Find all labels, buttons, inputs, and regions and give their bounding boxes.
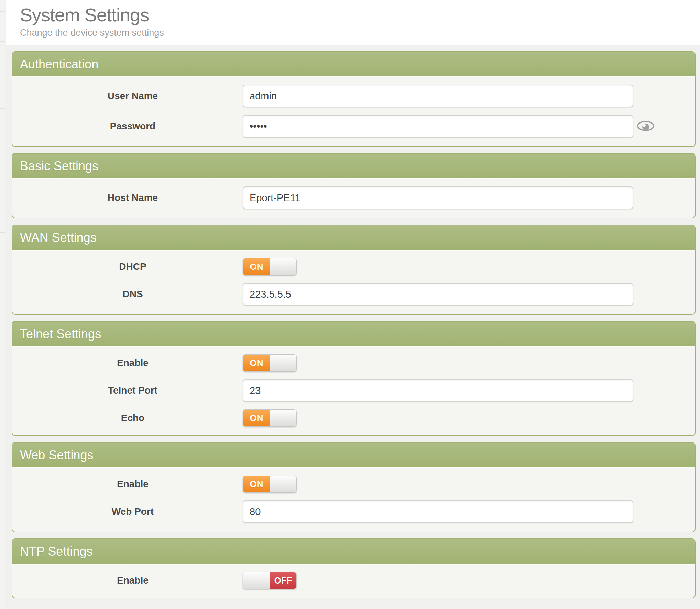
sidebar-divider <box>0 11 5 12</box>
toggle-knob <box>270 355 296 371</box>
basic-settings-section-header: Basic Settings <box>12 154 695 179</box>
web-port-row: Web Port <box>12 496 695 527</box>
basic-settings-panel: Basic Settings Host Name <box>12 153 696 218</box>
web-enable-toggle[interactable]: ON <box>243 476 297 493</box>
toggle-off-segment: OFF <box>270 572 296 589</box>
telnet-enable-row: Enable ON <box>12 351 695 375</box>
sidebar-divider <box>0 41 5 42</box>
telnet-settings-panel: Telnet Settings Enable ON Telnet Port <box>12 321 696 436</box>
authentication-panel: Authentication User Name Password <box>12 51 696 147</box>
ntp-settings-panel: NTP Settings Enable OFF <box>12 538 696 598</box>
toggle-on-segment: ON <box>243 258 270 275</box>
telnet-port-label: Telnet Port <box>23 385 243 396</box>
telnet-enable-label: Enable <box>23 357 243 368</box>
telnet-settings-section-header: Telnet Settings <box>12 322 695 347</box>
toggle-knob <box>270 410 296 426</box>
sidebar-divider <box>0 108 5 109</box>
dhcp-label: DHCP <box>23 261 243 272</box>
ntp-enable-row: Enable OFF <box>12 568 695 593</box>
dhcp-toggle[interactable]: ON <box>243 258 297 275</box>
sidebar-edge <box>0 0 5 609</box>
dhcp-row: DHCP ON <box>12 254 695 279</box>
password-label: Password <box>23 121 243 132</box>
toggle-knob <box>270 258 296 275</box>
sidebar-divider <box>0 83 5 83</box>
ntp-settings-section-header: NTP Settings <box>12 539 695 565</box>
username-row: User Name <box>12 81 695 111</box>
toggle-on-segment: ON <box>243 476 270 492</box>
password-row: Password <box>12 111 695 141</box>
echo-label: Echo <box>23 413 243 424</box>
dns-row: DNS <box>12 279 695 309</box>
wan-settings-section-header: WAN Settings <box>12 225 695 251</box>
sidebar-divider <box>0 150 5 150</box>
web-enable-label: Enable <box>23 479 243 490</box>
toggle-on-segment: ON <box>243 355 270 371</box>
web-port-label: Web Port <box>23 506 243 517</box>
telnet-port-input[interactable] <box>243 379 633 402</box>
wan-settings-panel: WAN Settings DHCP ON DNS <box>12 225 696 315</box>
dns-input[interactable] <box>243 283 633 306</box>
toggle-knob <box>243 572 270 589</box>
password-input[interactable] <box>243 115 633 138</box>
toggle-on-segment: ON <box>243 410 270 426</box>
authentication-section-header: Authentication <box>12 52 695 77</box>
echo-toggle[interactable]: ON <box>243 409 297 427</box>
telnet-port-row: Telnet Port <box>12 375 695 406</box>
hostname-row: Host Name <box>12 183 695 213</box>
sidebar-divider <box>0 232 5 233</box>
sidebar-divider <box>0 193 5 193</box>
telnet-enable-toggle[interactable]: ON <box>243 354 297 372</box>
ntp-enable-label: Enable <box>23 575 243 586</box>
page-header: System Settings Change the device system… <box>6 0 700 45</box>
web-settings-section-header: Web Settings <box>12 443 695 468</box>
eye-icon <box>637 121 655 132</box>
hostname-label: Host Name <box>23 192 243 203</box>
web-enable-row: Enable ON <box>12 472 695 496</box>
web-settings-panel: Web Settings Enable ON Web Port <box>12 442 696 532</box>
echo-row: Echo ON <box>12 406 695 430</box>
ntp-enable-toggle[interactable]: OFF <box>243 572 297 589</box>
web-port-input[interactable] <box>243 500 633 523</box>
hostname-input[interactable] <box>243 186 633 209</box>
username-input[interactable] <box>243 85 633 107</box>
username-label: User Name <box>23 90 243 102</box>
page-subtitle: Change the device system settings <box>20 28 700 38</box>
system-settings-page: System Settings Change the device system… <box>0 0 700 609</box>
toggle-knob <box>270 476 296 492</box>
page-title: System Settings <box>20 4 700 25</box>
show-password-button[interactable] <box>637 121 655 132</box>
dns-label: DNS <box>23 289 243 300</box>
